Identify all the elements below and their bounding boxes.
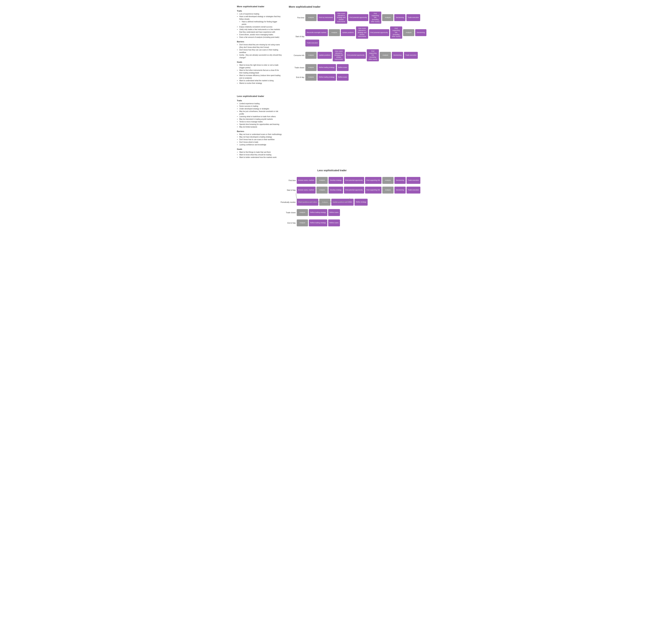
less-row-label-periodic: Periodically monitor bbox=[280, 201, 296, 203]
more-sophisticated-flows: More sophisticated trader First time Ana… bbox=[289, 5, 427, 85]
chip-analysis-5[interactable]: Analysis bbox=[305, 52, 317, 59]
barriers-label: Barriers bbox=[237, 41, 282, 43]
less-flow-row-end-of-day: End of day Analysis Refine trading strat… bbox=[280, 219, 427, 227]
less-chip-develop-strategy-2[interactable]: Develop strategy bbox=[329, 187, 343, 194]
chip-find-opportunity-1[interactable]: Find potential opportunity bbox=[348, 14, 368, 21]
more-sophisticated-title: More sophisticated trader bbox=[237, 5, 282, 8]
chip-analysis-3[interactable]: Analysis bbox=[329, 29, 340, 36]
flow-row-consume-info: Consume info Analysis Update positions V… bbox=[289, 49, 427, 61]
less-flows-container: First time Browse scans, markets Analysi… bbox=[280, 177, 427, 227]
row-label-consume-info: Consume info bbox=[289, 54, 304, 57]
chip-decisioning-3[interactable]: Decisioning bbox=[392, 52, 403, 59]
less-chip-decisioning-2[interactable]: Decisioning bbox=[394, 187, 406, 194]
flow-items-end-of-day: Analysis Refine trading strategy Refine … bbox=[305, 74, 349, 81]
less-chip-analysis-4[interactable]: Analysis bbox=[382, 187, 394, 194]
less-traits-list: Limited experience trading Some success … bbox=[237, 102, 282, 128]
less-row-label-trade-closes: Trade closes bbox=[280, 212, 296, 214]
more-sophisticated-persona: More sophisticated trader Traits Lots of… bbox=[237, 5, 282, 85]
less-chip-analysis-2[interactable]: Analysis bbox=[382, 177, 394, 184]
row-label-end-of-day: End of day bbox=[289, 76, 304, 79]
less-barriers-label: Barriers bbox=[237, 130, 282, 132]
less-row-label-end-of-day: End of day bbox=[280, 222, 296, 224]
row-label-start-of-day: Start of day bbox=[289, 36, 304, 38]
chip-find-opportunity-2[interactable]: Find potential opportunity bbox=[369, 29, 389, 36]
chip-analysis-2[interactable]: Analysis bbox=[382, 14, 393, 21]
less-chip-analysis-3[interactable]: Analysis bbox=[316, 187, 328, 194]
chip-decisioning-1[interactable]: Decisioning bbox=[394, 14, 406, 21]
chip-trade-execution-1[interactable]: Trade execution bbox=[406, 14, 420, 21]
chip-find-supporting-1[interactable]: Find supporting info (including other sc… bbox=[369, 12, 381, 24]
chip-reconcile[interactable]: Reconcile overnight markets bbox=[305, 29, 328, 36]
flow-items-first-time: Analysis Find my instruments View scans … bbox=[305, 12, 420, 24]
row-label-trade-closes: Trade closes bbox=[289, 66, 304, 69]
less-chip-refine-strategy-pm[interactable]: Refine strategy bbox=[354, 199, 368, 206]
less-chip-trade-exec-1[interactable]: Trade execution bbox=[407, 177, 420, 184]
chip-find-supporting-3[interactable]: Find supporting info (including other sc… bbox=[367, 49, 379, 61]
goals-list: Want to know the right times to enter or… bbox=[237, 64, 282, 85]
less-traits-label: Traits bbox=[237, 100, 282, 102]
chip-analysis-7[interactable]: Analysis bbox=[305, 64, 317, 71]
chip-find-opportunity-3[interactable]: Find potential opportunity bbox=[346, 52, 366, 59]
less-chip-analysis-6[interactable]: Analysis bbox=[297, 209, 308, 216]
less-sophisticated-placeholder bbox=[289, 95, 427, 158]
less-chip-find-supporting-1[interactable]: Find supporting info bbox=[365, 177, 381, 184]
less-chip-refine-strategy-eod[interactable]: Refine trading strategy bbox=[309, 219, 327, 227]
less-row-label-start-of-day: Start of day bbox=[280, 189, 296, 191]
less-row-label-first-time: First time bbox=[280, 179, 296, 181]
less-chip-find-opportunity-2[interactable]: Find potential opportunity bbox=[344, 187, 364, 194]
less-flow-row-first-time: First time Browse scans, markets Analysi… bbox=[280, 177, 427, 184]
less-flow-items-periodic: Check positions and orders Analysis Upda… bbox=[297, 199, 368, 206]
less-flow-row-periodic: Periodically monitor Check positions and… bbox=[280, 199, 427, 206]
less-chip-browse-2[interactable]: Browse scans, markets bbox=[297, 187, 316, 194]
less-sophisticated-persona: Less sophisticated trader Traits Limited… bbox=[237, 95, 282, 158]
less-flow-items-start-of-day: Browse scans, markets Analysis Develop s… bbox=[297, 187, 420, 194]
less-chip-analysis-5[interactable]: Analysis bbox=[319, 199, 330, 206]
less-chip-decisioning-1[interactable]: Decisioning bbox=[394, 177, 406, 184]
chip-refine-strategy-1[interactable]: Refine trading strategy bbox=[317, 64, 336, 71]
chip-refine-scans-2[interactable]: Refine scans bbox=[337, 74, 349, 81]
less-chip-trade-exec-2[interactable]: Trade execution bbox=[407, 187, 420, 194]
flow-row-first-time: First time Analysis Find my instruments … bbox=[289, 12, 427, 24]
chip-view-scans-3[interactable]: View scans relevant to strategy and chos… bbox=[333, 49, 345, 61]
less-chip-update-positions[interactable]: Update positions and orders bbox=[331, 199, 354, 206]
chip-analysis-8[interactable]: Analysis bbox=[305, 74, 317, 81]
barriers-list: Don't know what they are missing by not … bbox=[237, 43, 282, 59]
less-chip-analysis-7[interactable]: Analysis bbox=[297, 219, 308, 227]
chip-trade-execution-2[interactable]: Trade execution bbox=[305, 40, 319, 46]
less-chip-browse-1[interactable]: Browse scans, markets bbox=[297, 177, 316, 184]
chip-trade-execution-3[interactable]: Trade execution bbox=[404, 52, 418, 59]
chip-view-scans-1[interactable]: View scans relevant to strategy and chos… bbox=[335, 12, 347, 24]
less-chip-analysis-1[interactable]: Analysis bbox=[316, 177, 328, 184]
less-chip-refine-scans-tc[interactable]: Refine scans bbox=[328, 209, 340, 216]
less-sophisticated-title: Less sophisticated trader bbox=[237, 95, 282, 98]
goals-label: Goals bbox=[237, 61, 282, 63]
less-sophisticated-flow-title: Less sophisticated trader bbox=[237, 169, 427, 172]
chip-analysis[interactable]: Analysis bbox=[305, 14, 317, 21]
flow-items-consume-info: Analysis Update positions View scans rel… bbox=[305, 49, 418, 61]
chip-refine-scans-1[interactable]: Refine scans bbox=[337, 64, 349, 71]
flow-items-start-of-day: Reconcile overnight markets Analysis Upd… bbox=[305, 26, 427, 46]
chip-decisioning-2[interactable]: Decisioning bbox=[415, 29, 427, 36]
traits-list: Lots of experience trading Have a well-d… bbox=[237, 13, 282, 39]
less-sophisticated-bottom: Less sophisticated trader First time Bro… bbox=[237, 169, 427, 227]
chip-view-scans-2[interactable]: View scans relevant to strategy and chos… bbox=[356, 26, 368, 39]
less-chip-find-opportunity-1[interactable]: Find potential opportunity bbox=[344, 177, 364, 184]
less-chip-develop-strategy-1[interactable]: Develop strategy bbox=[329, 177, 343, 184]
less-chip-find-supporting-2[interactable]: Find supporting info bbox=[365, 187, 381, 194]
chip-analysis-6[interactable]: Analysis bbox=[380, 52, 391, 59]
chip-refine-strategy-2[interactable]: Refine trading strategy bbox=[317, 74, 336, 81]
chip-update-positions-2[interactable]: Update positions bbox=[317, 52, 332, 59]
less-chip-refine-strategy-tc[interactable]: Refine trading strategy bbox=[309, 209, 327, 216]
more-sophisticated-section: More sophisticated trader Traits Lots of… bbox=[237, 5, 427, 85]
chip-find-supporting-2[interactable]: Find supporting info (including other sc… bbox=[390, 26, 402, 39]
less-flow-items-trade-closes: Analysis Refine trading strategy Refine … bbox=[297, 209, 340, 216]
chip-analysis-4[interactable]: Analysis bbox=[403, 29, 414, 36]
less-chip-refine-scans-eod[interactable]: Refine scans bbox=[328, 219, 340, 227]
traits-label: Traits bbox=[237, 10, 282, 12]
flow-row-trade-closes: Trade closes Analysis Refine trading str… bbox=[289, 64, 427, 71]
less-flow-items-first-time: Browse scans, markets Analysis Develop s… bbox=[297, 177, 420, 184]
chip-update-positions[interactable]: Update positions bbox=[341, 29, 355, 36]
less-chip-check-positions[interactable]: Check positions and orders bbox=[297, 199, 318, 206]
flow-items-trade-closes: Analysis Refine trading strategy Refine … bbox=[305, 64, 349, 71]
chip-find-instruments[interactable]: Find my instruments bbox=[317, 14, 334, 21]
